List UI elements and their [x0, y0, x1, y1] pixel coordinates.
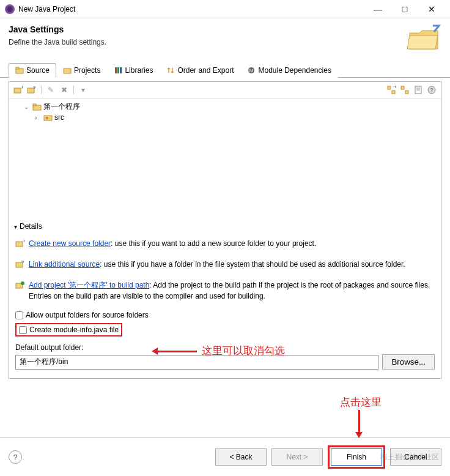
- svg-text:M: M: [249, 68, 254, 73]
- annotation-text-2: 点击这里: [340, 395, 382, 409]
- title-bar: New Java Project ― □ ✕: [0, 0, 450, 18]
- package-folder-icon: [43, 113, 53, 122]
- detail-create-folder: + Create new source folder: use this if …: [15, 234, 435, 255]
- source-toolbar: + ✎ ✖ ▾ + ?: [9, 82, 441, 99]
- tab-order-export[interactable]: Order and Export: [160, 63, 240, 78]
- collapse-icon[interactable]: ›: [35, 114, 42, 121]
- window-title: New Java Project: [18, 5, 364, 13]
- create-module-info-checkbox[interactable]: [19, 326, 27, 334]
- svg-text:+: +: [21, 85, 23, 91]
- svg-text:+: +: [23, 239, 25, 244]
- allow-output-folders-checkbox[interactable]: [15, 311, 23, 319]
- maximize-button[interactable]: □: [391, 1, 418, 18]
- annotation-arrow-2: [358, 410, 360, 436]
- svg-rect-22: [33, 104, 36, 106]
- detail-add-project: Add project '第一个程序' to build path: Add t…: [15, 276, 435, 305]
- svg-rect-5: [120, 67, 122, 73]
- source-folder-icon: [15, 66, 24, 75]
- tree-project-row[interactable]: ⌄ 第一个程序: [14, 101, 436, 113]
- finish-button[interactable]: Finish: [331, 448, 382, 466]
- allow-output-label: Allow output folders for source folders: [26, 311, 149, 319]
- details-body: + Create new source folder: use this if …: [9, 233, 441, 378]
- svg-rect-24: [46, 117, 48, 119]
- back-button[interactable]: < Back: [215, 448, 267, 466]
- next-button[interactable]: Next >: [271, 448, 323, 466]
- details-header[interactable]: ▾ Details: [9, 218, 441, 233]
- add-project-build-path-link[interactable]: Add project '第一个程序' to build path: [29, 281, 149, 289]
- tab-libraries[interactable]: Libraries: [107, 63, 160, 78]
- edit-button[interactable]: ✎: [45, 84, 56, 95]
- add-folder-button[interactable]: +: [13, 84, 24, 95]
- tree-src-row[interactable]: › src: [14, 113, 436, 122]
- tab-module-dependencies[interactable]: M Module Dependencies: [240, 63, 338, 78]
- svg-rect-12: [392, 91, 395, 94]
- projects-icon: [63, 66, 72, 75]
- close-button[interactable]: ✕: [418, 1, 445, 18]
- create-module-label: Create module-info.java file: [29, 325, 119, 334]
- source-tab-content: + ✎ ✖ ▾ + ? ⌄ 第一个程序 › src ▾ Details + Cr…: [9, 81, 441, 379]
- browse-button[interactable]: Browse...: [382, 354, 435, 370]
- svg-rect-8: [14, 88, 21, 93]
- add-project-icon: [15, 280, 25, 293]
- svg-rect-25: [16, 242, 23, 247]
- default-output-label: Default output folder:: [15, 343, 435, 352]
- source-tree[interactable]: ⌄ 第一个程序 › src: [9, 99, 441, 218]
- page-title: Java Settings: [9, 24, 407, 34]
- order-export-icon: [166, 66, 175, 75]
- allow-output-check-row: Allow output folders for source folders: [15, 309, 435, 321]
- wizard-header: Java Settings Define the Java build sett…: [0, 18, 450, 62]
- minimize-button[interactable]: ―: [364, 1, 391, 18]
- module-icon: M: [247, 66, 256, 75]
- svg-rect-4: [117, 67, 119, 73]
- svg-rect-15: [405, 91, 408, 94]
- svg-rect-1: [16, 67, 19, 69]
- folder-wizard-icon: [407, 24, 441, 51]
- svg-text:?: ?: [430, 87, 433, 93]
- svg-point-29: [21, 281, 24, 285]
- svg-rect-3: [115, 67, 117, 73]
- svg-rect-10: [28, 88, 34, 93]
- tab-bar: Source Projects Libraries Order and Expo…: [0, 62, 450, 78]
- new-folder-icon: +: [15, 239, 25, 251]
- expand-icon[interactable]: ⌄: [24, 103, 31, 110]
- eclipse-icon: [5, 4, 15, 14]
- remove-button[interactable]: ✖: [59, 84, 70, 95]
- tab-source[interactable]: Source: [9, 63, 56, 78]
- annotation-arrow-1: [154, 351, 197, 352]
- default-output-folder-input[interactable]: [15, 355, 378, 370]
- output-folder-row: Browse...: [15, 354, 435, 370]
- collapse-caret-icon: ▾: [14, 223, 17, 230]
- svg-rect-2: [64, 69, 71, 73]
- collapse-all-button[interactable]: [399, 84, 410, 95]
- svg-rect-11: [388, 86, 391, 89]
- help-button[interactable]: ?: [9, 450, 22, 464]
- create-module-check-row: Create module-info.java file: [15, 321, 435, 338]
- svg-rect-27: [16, 262, 23, 267]
- create-source-folder-link[interactable]: Create new source folder: [29, 239, 111, 248]
- tree-project-label: 第一个程序: [43, 102, 80, 112]
- wizard-footer: ? < Back Next > Finish Cancel: [0, 437, 450, 476]
- tab-projects[interactable]: Projects: [56, 63, 107, 78]
- toggle-button[interactable]: ▾: [78, 84, 89, 95]
- filter-button[interactable]: [413, 84, 424, 95]
- project-folder-icon: [32, 103, 42, 111]
- cancel-button[interactable]: Cancel: [390, 448, 441, 466]
- help-icon-button[interactable]: ?: [426, 84, 437, 95]
- link-folder-button[interactable]: [26, 84, 37, 95]
- expand-all-button[interactable]: +: [386, 84, 397, 95]
- svg-rect-14: [401, 86, 404, 89]
- link-source-icon: [15, 259, 25, 272]
- detail-link-source: Link additional source: use this if you …: [15, 255, 435, 276]
- page-subtitle: Define the Java build settings.: [9, 38, 407, 46]
- svg-text:+: +: [394, 85, 396, 90]
- libraries-icon: [114, 66, 122, 75]
- link-additional-source-link[interactable]: Link additional source: [29, 260, 100, 269]
- tree-src-label: src: [54, 113, 64, 122]
